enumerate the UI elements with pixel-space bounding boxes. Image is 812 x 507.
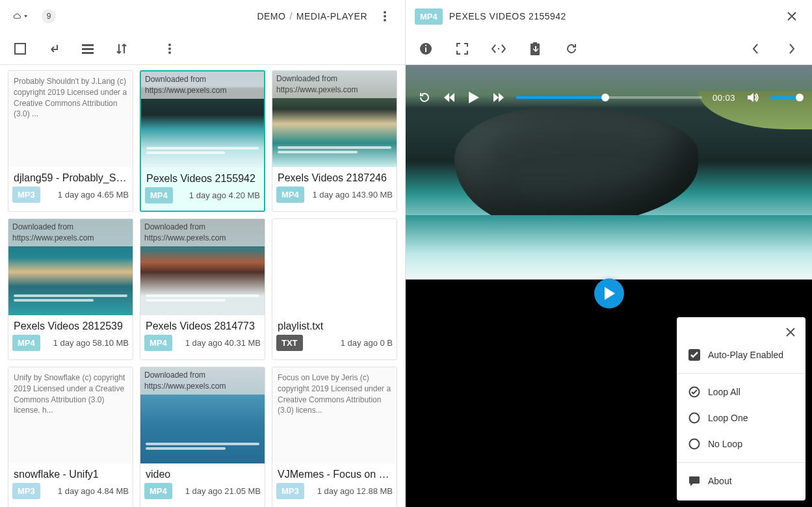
checkbox-checked-icon bbox=[688, 349, 700, 361]
file-card[interactable]: Downloaded from https://www.pexels.comvi… bbox=[140, 367, 265, 507]
radio-icon bbox=[688, 412, 700, 424]
file-title: snowflake - Unify1 bbox=[8, 463, 133, 480]
info-icon bbox=[419, 42, 432, 55]
chevron-left-icon bbox=[752, 44, 759, 54]
preview-panel: MP4 PEXELS VIDEOS 2155942 bbox=[406, 0, 812, 507]
enter-button[interactable] bbox=[43, 38, 65, 60]
storage-menu[interactable] bbox=[9, 5, 31, 27]
left-header: 9 DEMO / MEDIA-PLAYER bbox=[0, 0, 405, 32]
file-card[interactable]: Downloaded from https://www.pexels.comPe… bbox=[140, 70, 265, 212]
fullscreen-button[interactable] bbox=[451, 38, 473, 60]
preview-title: PEXELS VIDEOS 2155942 bbox=[449, 11, 566, 21]
info-button[interactable] bbox=[415, 38, 437, 60]
file-title: Pexels Videos 2814773 bbox=[140, 315, 265, 332]
file-grid: Probably Shouldn't by J.Lang (c) copyrig… bbox=[0, 65, 405, 507]
file-type-badge: MP3 bbox=[12, 187, 40, 203]
file-title: Pexels Videos 2812539 bbox=[8, 315, 133, 332]
file-title: playlist.txt bbox=[272, 315, 397, 332]
restart-button[interactable] bbox=[417, 90, 432, 105]
about-option[interactable]: About bbox=[677, 468, 805, 494]
refresh-button[interactable] bbox=[560, 38, 583, 60]
more-vertical-icon bbox=[168, 44, 171, 54]
file-type-badge: MP4 bbox=[415, 8, 443, 25]
progress-bar[interactable] bbox=[516, 96, 702, 99]
file-meta: TXT1 day ago 0 B bbox=[272, 332, 397, 355]
file-title: djlang59 - Probably_Sh... bbox=[8, 167, 133, 184]
file-type-badge: MP4 bbox=[144, 335, 172, 351]
prev-file-button[interactable] bbox=[744, 38, 766, 60]
download-button[interactable] bbox=[524, 38, 546, 60]
svg-point-13 bbox=[498, 47, 499, 49]
file-meta: MP41 day ago 4.20 MB bbox=[141, 185, 264, 207]
volume-button[interactable] bbox=[746, 90, 760, 105]
file-card[interactable]: Focus on Love by Jeris (c) copyright 201… bbox=[272, 367, 397, 507]
next-file-button[interactable] bbox=[781, 38, 803, 60]
sort-button[interactable] bbox=[111, 38, 133, 60]
file-card[interactable]: playlist.txtTXT1 day ago 0 B bbox=[272, 218, 397, 360]
svg-point-8 bbox=[168, 47, 171, 50]
file-menu-button[interactable] bbox=[159, 38, 181, 60]
close-icon bbox=[786, 328, 795, 337]
enter-icon bbox=[48, 43, 60, 55]
big-play-button[interactable] bbox=[594, 279, 624, 309]
file-thumbnail: Probably Shouldn't by J.Lang (c) copyrig… bbox=[8, 71, 133, 167]
cloud-icon bbox=[13, 10, 21, 22]
file-meta-text: 1 day ago 143.90 MB bbox=[309, 190, 393, 200]
file-type-badge: MP3 bbox=[12, 483, 40, 499]
video-area[interactable]: 00:03 Auto-Play Enabled Loop All bbox=[406, 65, 812, 507]
file-thumbnail: Downloaded from https://www.pexels.com bbox=[141, 72, 264, 168]
breadcrumb-root[interactable]: DEMO bbox=[257, 11, 285, 21]
file-type-badge: MP4 bbox=[276, 187, 304, 203]
chevron-down-icon bbox=[24, 14, 27, 18]
progress-thumb[interactable] bbox=[601, 94, 609, 101]
loop-one-option[interactable]: Loop One bbox=[677, 405, 805, 431]
about-label: About bbox=[708, 476, 732, 486]
radio-selected-icon bbox=[688, 386, 700, 398]
thumbnail-overlay: Downloaded from https://www.pexels.com bbox=[140, 367, 265, 395]
svg-rect-12 bbox=[425, 45, 426, 46]
file-card[interactable]: Probably Shouldn't by J.Lang (c) copyrig… bbox=[8, 70, 133, 212]
chevron-right-icon bbox=[789, 44, 795, 54]
file-card[interactable]: Downloaded from https://www.pexels.comPe… bbox=[272, 70, 397, 212]
file-card[interactable]: Downloaded from https://www.pexels.comPe… bbox=[8, 218, 133, 360]
breadcrumb: DEMO / MEDIA-PLAYER bbox=[257, 11, 367, 21]
rewind-button[interactable] bbox=[442, 90, 456, 105]
autoplay-toggle[interactable]: Auto-Play Enabled bbox=[677, 342, 805, 368]
refresh-icon bbox=[566, 43, 577, 55]
select-toggle-button[interactable] bbox=[9, 38, 31, 60]
forward-button[interactable] bbox=[491, 90, 506, 105]
file-title: video bbox=[140, 463, 265, 480]
file-type-badge: MP4 bbox=[145, 187, 173, 203]
code-icon bbox=[491, 44, 506, 53]
thumbnail-overlay: Downloaded from https://www.pexels.com bbox=[8, 219, 133, 246]
volume-icon bbox=[747, 92, 759, 103]
file-card[interactable]: Unify by Snowflake (c) copyright 2019 Li… bbox=[8, 367, 133, 507]
loop-all-option[interactable]: Loop All bbox=[677, 379, 805, 405]
close-preview-button[interactable] bbox=[781, 5, 803, 27]
forward-icon bbox=[493, 92, 504, 103]
player-settings-popup: Auto-Play Enabled Loop All Loop One No L… bbox=[677, 317, 805, 500]
file-card[interactable]: Downloaded from https://www.pexels.comPe… bbox=[140, 218, 265, 360]
more-vertical-icon bbox=[384, 11, 386, 21]
file-toolbar bbox=[0, 32, 405, 65]
restart-icon bbox=[419, 92, 430, 103]
square-icon bbox=[14, 43, 26, 55]
file-thumbnail: Downloaded from https://www.pexels.com bbox=[8, 219, 133, 315]
no-loop-option[interactable]: No Loop bbox=[677, 431, 805, 457]
file-meta: MP41 day ago 40.31 MB bbox=[140, 332, 265, 355]
autoplay-label: Auto-Play Enabled bbox=[708, 350, 783, 360]
volume-thumb[interactable] bbox=[796, 94, 804, 101]
file-meta: MP31 day ago 4.84 MB bbox=[8, 480, 133, 503]
play-button[interactable] bbox=[467, 90, 481, 105]
file-browser-panel: 9 DEMO / MEDIA-PLAYER Probably Shouldn't… bbox=[0, 0, 406, 507]
file-meta-text: 1 day ago 4.20 MB bbox=[178, 190, 260, 200]
file-type-badge: MP4 bbox=[12, 335, 40, 351]
view-mode-button[interactable] bbox=[77, 38, 99, 60]
breadcrumb-leaf[interactable]: MEDIA-PLAYER bbox=[296, 11, 367, 21]
popup-close-button[interactable] bbox=[779, 321, 802, 343]
embed-button[interactable] bbox=[488, 38, 510, 60]
volume-slider[interactable] bbox=[770, 96, 800, 99]
file-type-badge: MP4 bbox=[144, 483, 172, 499]
thumbnail-overlay: Downloaded from https://www.pexels.com bbox=[272, 71, 397, 98]
breadcrumb-menu-button[interactable] bbox=[374, 5, 396, 27]
